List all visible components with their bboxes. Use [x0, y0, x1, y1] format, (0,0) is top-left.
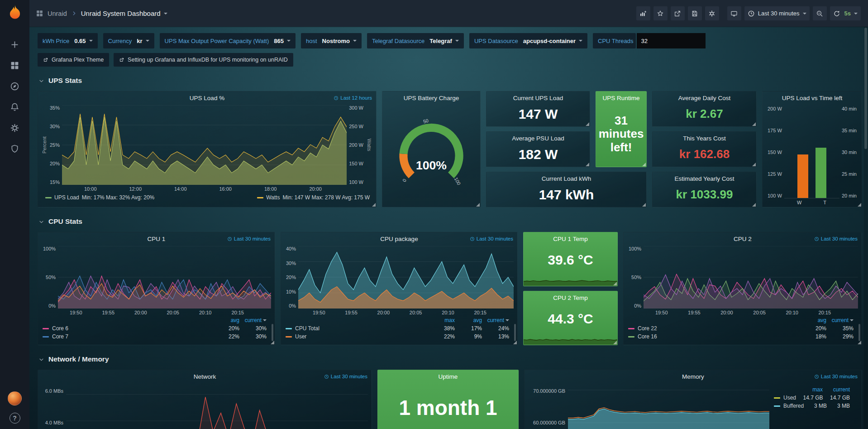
panel-title[interactable]: UPS Load % — [38, 92, 376, 101]
zoom-out-time-button[interactable] — [813, 6, 827, 20]
legend-item-watts[interactable]: Watts Min: 147 W Max: 278 W Avg: 175 W — [257, 194, 370, 201]
cycle-view-button[interactable] — [727, 6, 741, 20]
legend-sort-max[interactable]: max — [428, 317, 455, 323]
breadcrumb-folder[interactable]: Unraid — [48, 10, 67, 17]
panel-resize-handle[interactable] — [586, 122, 589, 126]
series-toggle[interactable]: CPU Total — [286, 325, 428, 332]
sidebar-create-button[interactable] — [5, 34, 24, 55]
panel-resize-handle[interactable] — [858, 203, 861, 207]
dashboard-title-button[interactable]: Unraid System Dashboard — [81, 10, 167, 17]
series-toggle[interactable]: Core 6 — [43, 325, 212, 332]
legend-scrollbar[interactable] — [272, 324, 273, 341]
refresh-picker[interactable]: 5s — [830, 6, 861, 20]
page-scrollbar[interactable] — [864, 27, 868, 429]
panel-title[interactable]: UPS Runtime — [596, 92, 646, 101]
sideb​ar-alerting-button[interactable] — [5, 96, 24, 117]
legend-sort-avg[interactable]: avg — [455, 317, 482, 323]
series-color-marker — [628, 328, 634, 329]
panel-title[interactable]: Network — [38, 370, 372, 380]
panel-resize-handle[interactable] — [642, 163, 646, 166]
link-ups-monitoring-guide[interactable]: Setting up Grafana and InfluxDB for UPS … — [114, 53, 293, 67]
legend-scrollbar[interactable] — [858, 324, 860, 341]
ups-load-chart[interactable] — [62, 105, 347, 185]
panel-title[interactable]: UPS Load vs Time left — [763, 92, 862, 101]
panel-resize-handle[interactable] — [752, 122, 756, 126]
explore-compass-icon — [10, 82, 19, 91]
share-dashboard-button[interactable] — [671, 6, 685, 20]
variable-value-dropdown[interactable]: kr — [134, 38, 154, 44]
sidebar-explore-button[interactable] — [5, 76, 24, 96]
series-toggle[interactable]: User — [286, 333, 428, 340]
legend-sort-current[interactable]: current — [482, 317, 509, 323]
legend-sort-avg[interactable]: avg — [799, 317, 826, 323]
variable-value-dropdown[interactable]: apcupsd-container — [520, 38, 587, 44]
series-toggle[interactable]: Core 16 — [628, 333, 799, 340]
panel-title[interactable]: Average PSU Load — [486, 132, 590, 142]
panel-title[interactable]: CPU 2 Temp — [524, 291, 617, 301]
cpu1-chart[interactable] — [58, 246, 271, 308]
panel-title[interactable]: Current UPS Load — [486, 92, 590, 101]
sidebar-dashboards-button[interactable] — [5, 55, 24, 76]
time-override-label: Last 30 minutes — [477, 236, 513, 241]
sidebar-server-admin-button[interactable] — [5, 138, 24, 159]
series-toggle[interactable]: Core 7 — [43, 333, 212, 340]
panel-resize-handle[interactable] — [513, 341, 517, 344]
legend-sort-current[interactable]: current — [823, 386, 850, 393]
panel-resize-handle[interactable] — [613, 341, 617, 344]
legend-scrollbar[interactable] — [514, 324, 516, 341]
dashboards-grid-icon — [10, 61, 19, 70]
panel-title[interactable]: Average Daily Cost — [653, 92, 756, 101]
row-header-cpu-stats[interactable]: CPU Stats — [38, 216, 862, 227]
save-dashboard-button[interactable] — [688, 6, 702, 20]
cpu-threads-input[interactable] — [637, 33, 706, 48]
scrollbar-thumb[interactable] — [864, 28, 867, 149]
panel-resize-handle[interactable] — [372, 203, 376, 207]
variable-value-dropdown[interactable]: Telegraf — [427, 38, 464, 44]
panel-resize-handle[interactable] — [476, 203, 480, 207]
panel-title[interactable]: UPS Battery Charge — [382, 92, 480, 101]
panel-resize-handle[interactable] — [271, 341, 274, 344]
panel-title[interactable]: This Years Cost — [653, 132, 756, 142]
panel-title[interactable]: Estimated Yearly Cost — [653, 172, 756, 182]
cpu2-chart[interactable] — [644, 246, 858, 308]
panel-resize-handle[interactable] — [613, 282, 617, 285]
legend-sort-current[interactable]: current — [826, 317, 854, 323]
star-dashboard-button[interactable] — [653, 6, 668, 20]
row-header-network-memory[interactable]: Network / Memory — [38, 353, 862, 365]
series-toggle[interactable]: Used — [774, 395, 796, 401]
series-color-marker — [45, 197, 52, 198]
panel-title[interactable]: Current Load kWh — [486, 172, 646, 182]
panel-resize-handle[interactable] — [752, 203, 756, 207]
ups-vs-time-bars[interactable] — [784, 106, 839, 198]
help-icon[interactable]: ? — [10, 413, 20, 424]
variable-value-dropdown[interactable]: 0.65 — [72, 38, 97, 44]
legend-sort-current[interactable]: current — [239, 317, 267, 323]
sidebar-configuration-button[interactable] — [5, 117, 24, 138]
apps-grid-icon — [36, 10, 43, 17]
panel-title[interactable]: CPU 1 Temp — [524, 232, 617, 242]
panel-resize-handle[interactable] — [642, 203, 646, 207]
panel-resize-handle[interactable] — [586, 163, 589, 166]
dashboard-settings-button[interactable] — [705, 6, 719, 20]
panel-title[interactable]: Uptime — [378, 370, 518, 380]
legend-item-ups-load[interactable]: UPS Load Min: 17% Max: 32% Avg: 20% — [45, 194, 154, 201]
network-chart[interactable] — [66, 384, 368, 429]
legend-sort-max[interactable]: max — [796, 386, 823, 393]
panel-resize-handle[interactable] — [752, 163, 756, 166]
grafana-logo[interactable] — [6, 4, 24, 21]
panel-title[interactable]: Memory — [525, 370, 862, 380]
variable-value-dropdown[interactable]: 865 — [271, 38, 296, 44]
link-grafana-plex-theme[interactable]: Grafana Plex Theme — [38, 53, 109, 67]
row-header-ups-stats[interactable]: UPS Stats — [38, 75, 862, 87]
series-toggle[interactable]: Core 22 — [628, 325, 799, 332]
user-avatar[interactable] — [8, 391, 22, 405]
variable-value-dropdown[interactable]: Nostromo — [320, 38, 362, 44]
panel-resize-handle[interactable] — [858, 341, 861, 344]
variable-value: 0.65 — [74, 38, 86, 44]
memory-chart[interactable] — [568, 384, 769, 429]
legend-sort-avg[interactable]: avg — [212, 317, 239, 323]
cpu-package-chart[interactable] — [298, 246, 514, 308]
series-toggle[interactable]: Buffered — [774, 403, 804, 409]
time-range-picker[interactable]: Last 30 minutes — [744, 6, 810, 20]
add-panel-button[interactable] — [636, 6, 650, 20]
